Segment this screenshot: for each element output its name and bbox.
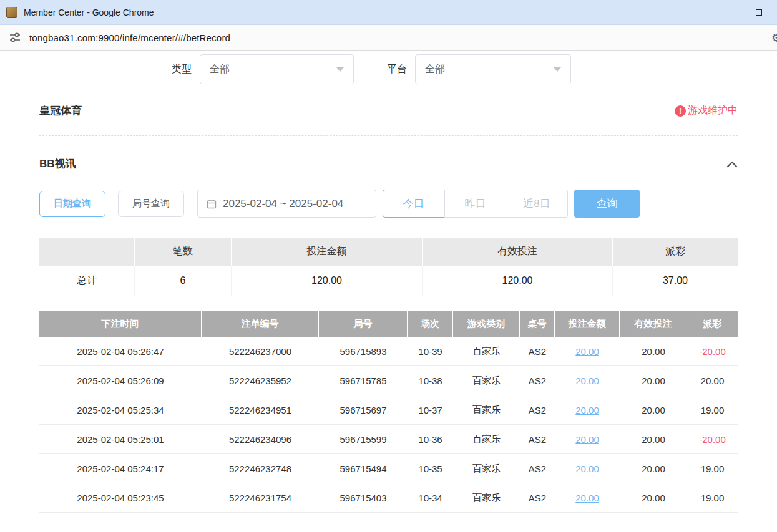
header-round-id: 局号	[319, 311, 408, 337]
summary-bet-amount-value: 120.00	[232, 266, 423, 296]
bet-time: 2025-02-04 05:25:34	[39, 395, 202, 425]
date-range-picker[interactable]: 2025-02-04 ~ 2025-02-04	[197, 190, 376, 218]
valid-bet: 20.00	[620, 454, 687, 483]
date-query-tab[interactable]: 日期查询	[39, 191, 105, 217]
bet-amount-link[interactable]: 20.00	[555, 454, 620, 483]
crown-sports-section-header: 皇冠体育 ! 游戏维护中	[39, 104, 738, 118]
crown-sports-title: 皇冠体育	[39, 104, 82, 118]
summary-table: 笔数 投注金额 有效投注 派彩 总计 6 120.00 120.00 37.00	[39, 238, 738, 296]
game-type: 百家乐	[453, 425, 520, 454]
table-no: AS2	[520, 425, 555, 454]
order-id: 522246235952	[202, 366, 319, 395]
summary-header-row: 笔数 投注金额 有效投注 派彩	[39, 238, 738, 266]
bb-video-section-header: BB视讯	[39, 157, 738, 171]
bet-amount-link[interactable]: 20.00	[555, 425, 620, 454]
bet-amount-link[interactable]: 20.00	[555, 366, 620, 395]
today-button[interactable]: 今日	[383, 190, 444, 218]
warning-icon: !	[675, 105, 686, 117]
round-id: 596715785	[319, 366, 408, 395]
yesterday-button[interactable]: 昨日	[444, 190, 506, 218]
game-type: 百家乐	[453, 483, 520, 513]
table-no: AS2	[520, 454, 555, 483]
game-type: 百家乐	[453, 454, 520, 483]
bet-amount-link[interactable]: 20.00	[555, 337, 620, 366]
table-row: 2025-02-04 05:26:09 522246235952 5967157…	[39, 366, 738, 395]
round-query-tab[interactable]: 局号查询	[118, 191, 184, 217]
header-table-no: 桌号	[520, 311, 555, 337]
payout-cell: -20.00	[687, 337, 738, 366]
header-bet-time: 下注时间	[39, 311, 202, 337]
session: 10-35	[408, 454, 453, 483]
valid-bet: 20.00	[620, 337, 687, 366]
type-select-value: 全部	[210, 63, 336, 76]
summary-payout-value: 37.00	[613, 266, 738, 296]
maximize-button[interactable]	[741, 0, 777, 25]
order-id: 522246234951	[202, 395, 319, 425]
header-bet-amount: 投注金额	[555, 311, 620, 337]
section-divider	[39, 135, 738, 136]
platform-select[interactable]: 全部	[415, 54, 571, 84]
order-id: 522246237000	[202, 337, 319, 366]
round-id: 596715697	[319, 395, 408, 425]
platform-select-value: 全部	[425, 63, 554, 76]
round-id: 596715893	[319, 337, 408, 366]
table-row: 2025-02-04 05:26:47 522246237000 5967158…	[39, 337, 738, 366]
summary-total-row: 总计 6 120.00 120.00 37.00	[39, 266, 738, 296]
round-id: 596715599	[319, 425, 408, 454]
valid-bet: 20.00	[620, 395, 687, 425]
summary-header-valid-bet: 有效投注	[423, 238, 613, 266]
table-row: 2025-02-04 05:24:17 522246232748 5967154…	[39, 454, 738, 483]
url-text[interactable]: tongbao31.com:9900/infe/mcenter/#/betRec…	[29, 32, 230, 43]
window-title: Member Center - Google Chrome	[24, 7, 705, 17]
summary-count-value: 6	[135, 266, 232, 296]
bet-amount-link[interactable]: 20.00	[555, 483, 620, 513]
summary-header-payout: 派彩	[613, 238, 738, 266]
table-no: AS2	[520, 483, 555, 513]
bet-time: 2025-02-04 05:26:09	[39, 366, 202, 395]
type-select[interactable]: 全部	[200, 54, 354, 84]
bet-time: 2025-02-04 05:25:01	[39, 425, 202, 454]
valid-bet: 20.00	[620, 425, 687, 454]
session: 10-34	[408, 483, 453, 513]
site-settings-icon[interactable]	[9, 31, 21, 44]
bet-time: 2025-02-04 05:23:45	[39, 483, 202, 513]
payout-cell: 20.00	[687, 366, 738, 395]
summary-total-label: 总计	[39, 266, 135, 296]
search-button[interactable]: 查询	[574, 190, 640, 218]
game-type: 百家乐	[453, 366, 520, 395]
chevron-down-icon	[554, 67, 561, 72]
order-id: 522246232748	[202, 454, 319, 483]
round-id: 596715494	[319, 454, 408, 483]
bet-time: 2025-02-04 05:26:47	[39, 337, 202, 366]
payout-cell: 19.00	[687, 454, 738, 483]
payout-cell: 19.00	[687, 395, 738, 425]
header-game-type: 游戏类别	[453, 311, 520, 337]
bet-record-table: 下注时间 注单编号 局号 场次 游戏类别 桌号 投注金额 有效投注 派彩 202…	[39, 311, 738, 513]
table-row: 2025-02-04 05:25:34 522246234951 5967156…	[39, 395, 738, 425]
chevron-up-icon[interactable]	[726, 160, 738, 168]
table-no: AS2	[520, 366, 555, 395]
query-bar: 日期查询 局号查询 2025-02-04 ~ 2025-02-04 今日 昨日 …	[39, 190, 738, 218]
chevron-down-icon	[336, 67, 344, 72]
platform-filter-label: 平台	[387, 63, 407, 76]
bet-amount-link[interactable]: 20.00	[555, 395, 620, 425]
address-bar[interactable]: tongbao31.com:9900/infe/mcenter/#/betRec…	[0, 25, 777, 51]
order-id: 522246234096	[202, 425, 319, 454]
game-type: 百家乐	[453, 337, 520, 366]
minimize-button[interactable]	[705, 0, 741, 25]
settings-gear-icon[interactable]: ⚙	[771, 31, 777, 45]
table-no: AS2	[520, 395, 555, 425]
session: 10-37	[408, 395, 453, 425]
game-type: 百家乐	[453, 395, 520, 425]
order-id: 522246231754	[202, 483, 319, 513]
calendar-icon	[207, 199, 217, 209]
table-row: 2025-02-04 05:25:01 522246234096 5967155…	[39, 425, 738, 454]
last-8-days-button[interactable]: 近8日	[506, 190, 568, 218]
table-row: 2025-02-04 05:23:45 522246231754 5967154…	[39, 483, 738, 513]
payout-cell: -20.00	[687, 425, 738, 454]
session: 10-36	[408, 425, 453, 454]
window-favicon	[6, 7, 17, 18]
type-filter-label: 类型	[172, 63, 192, 76]
minimize-icon	[720, 12, 726, 12]
summary-valid-bet-value: 120.00	[423, 266, 613, 296]
